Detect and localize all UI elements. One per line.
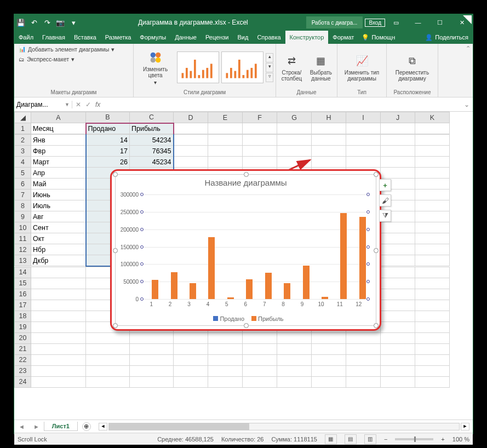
hscroll-right[interactable]: ► <box>461 423 469 430</box>
cell[interactable] <box>243 354 277 365</box>
cell[interactable] <box>31 289 86 300</box>
cell[interactable] <box>381 222 415 233</box>
cell[interactable] <box>243 123 277 134</box>
cell[interactable] <box>415 179 450 189</box>
hscroll-left[interactable]: ◄ <box>99 423 107 430</box>
style-thumb-1[interactable] <box>177 51 219 83</box>
cell[interactable] <box>31 365 86 376</box>
cell[interactable] <box>31 267 86 278</box>
cell[interactable] <box>243 332 277 343</box>
collapse-ribbon-icon[interactable]: ⌃ <box>466 45 471 52</box>
select-all-corner[interactable]: ◢ <box>15 112 31 123</box>
cell[interactable] <box>243 365 277 376</box>
camera-icon[interactable]: 📷 <box>54 16 67 29</box>
cell[interactable]: Май <box>31 179 86 189</box>
cell[interactable] <box>415 267 450 278</box>
cell[interactable] <box>86 365 130 376</box>
quick-layout-button[interactable]: 🗂Экспресс-макет ▾ <box>19 56 75 62</box>
row-header[interactable]: 10 <box>15 222 31 233</box>
row-header[interactable]: 16 <box>15 289 31 300</box>
cell[interactable] <box>312 332 346 343</box>
row-header[interactable]: 17 <box>15 300 31 311</box>
row-header[interactable]: 24 <box>15 376 31 387</box>
cell[interactable] <box>277 123 312 134</box>
cell[interactable] <box>346 354 381 365</box>
cell[interactable] <box>208 146 243 157</box>
cell[interactable] <box>86 343 130 354</box>
cell[interactable] <box>346 135 381 146</box>
maximize-button[interactable]: ☐ <box>429 15 451 30</box>
row-header[interactable]: 2 <box>15 135 31 146</box>
cell[interactable] <box>243 376 277 387</box>
cell[interactable] <box>208 123 243 134</box>
cell[interactable] <box>381 146 415 157</box>
col-header[interactable]: A <box>31 112 86 123</box>
expand-formulabar-icon[interactable]: ⌄ <box>461 101 473 108</box>
col-header[interactable]: J <box>381 112 415 123</box>
view-pagebreak-button[interactable]: ▥ <box>364 434 376 444</box>
zoom-in-button[interactable]: + <box>441 436 444 443</box>
redo-icon[interactable]: ↷ <box>41 16 54 29</box>
cell[interactable] <box>415 321 450 332</box>
cell[interactable] <box>277 332 312 343</box>
tab-file[interactable]: Файл <box>14 31 38 44</box>
row-header[interactable]: 13 <box>15 255 31 266</box>
row-header[interactable]: 21 <box>15 343 31 354</box>
col-header[interactable]: K <box>415 112 450 123</box>
col-header[interactable]: F <box>243 112 277 123</box>
cell[interactable]: Апр <box>31 168 86 179</box>
styles-up-icon[interactable]: ▴ <box>266 53 273 62</box>
tab-formulas[interactable]: Формулы <box>135 31 170 44</box>
cell[interactable] <box>346 376 381 387</box>
zoom-level[interactable]: 100 % <box>452 436 469 443</box>
cell[interactable]: Июль <box>31 200 86 211</box>
cell[interactable]: Продано <box>86 123 130 134</box>
chart-legend[interactable]: Продано Прибыль <box>116 315 376 322</box>
cell[interactable]: Прибыль <box>130 123 174 134</box>
row-header[interactable]: 23 <box>15 365 31 376</box>
row-header[interactable]: 1 <box>15 123 31 134</box>
cell[interactable] <box>130 343 174 354</box>
cell[interactable] <box>415 365 450 376</box>
cell[interactable] <box>208 376 243 387</box>
add-chart-element-button[interactable]: 📊Добавить элемент диаграммы ▾ <box>19 45 114 53</box>
cell[interactable] <box>381 289 415 300</box>
styles-more-icon[interactable]: ▿ <box>266 73 273 82</box>
col-header[interactable]: G <box>277 112 312 123</box>
cell[interactable]: 14 <box>86 135 130 146</box>
cell[interactable] <box>174 343 208 354</box>
cell[interactable] <box>130 332 174 343</box>
cell[interactable] <box>415 255 450 266</box>
cell[interactable] <box>415 300 450 311</box>
cell[interactable] <box>31 311 86 321</box>
cell[interactable]: Нбр <box>31 244 86 255</box>
cell[interactable] <box>415 233 450 244</box>
spreadsheet-grid[interactable]: ◢ A B C D E F G H I J K 1 Месяц Продано … <box>14 112 450 134</box>
cell[interactable] <box>346 365 381 376</box>
view-pagelayout-button[interactable]: ▤ <box>345 434 357 444</box>
cell[interactable] <box>381 321 415 332</box>
cell[interactable] <box>381 123 415 134</box>
cell[interactable] <box>381 267 415 278</box>
tab-review[interactable]: Рецензи <box>201 31 233 44</box>
cell[interactable] <box>381 157 415 168</box>
row-header[interactable]: 15 <box>15 278 31 289</box>
namebox-dropdown-icon[interactable]: ▼ <box>65 102 70 107</box>
cell[interactable] <box>346 343 381 354</box>
cell[interactable] <box>277 146 312 157</box>
sheet-nav-next[interactable]: ► <box>29 423 44 430</box>
zoom-out-button[interactable]: − <box>384 436 387 443</box>
col-header[interactable]: B <box>86 112 130 123</box>
sheet-tab-1[interactable]: Лист1 <box>44 422 78 431</box>
cell[interactable]: 45234 <box>130 157 174 168</box>
row-header[interactable]: 3 <box>15 146 31 157</box>
tab-view[interactable]: Вид <box>233 31 253 44</box>
cell[interactable] <box>277 365 312 376</box>
add-sheet-button[interactable]: ⊕ <box>82 422 91 431</box>
row-header[interactable]: 8 <box>15 200 31 211</box>
cell[interactable] <box>381 135 415 146</box>
cell[interactable] <box>312 365 346 376</box>
col-header[interactable]: I <box>346 112 381 123</box>
cancel-icon[interactable]: ✕ <box>76 101 81 108</box>
cell[interactable] <box>415 376 450 387</box>
